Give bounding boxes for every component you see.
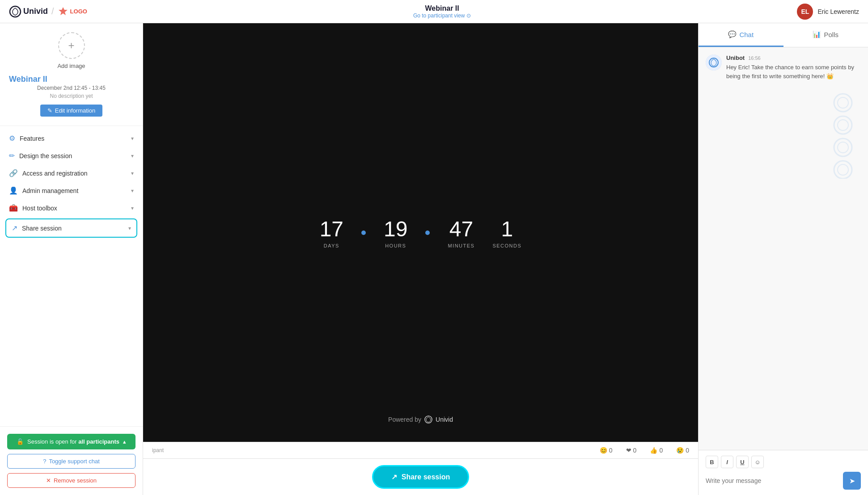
edit-information-button[interactable]: ✎ Edit information [40,105,102,117]
partner-logo: LOGO [58,6,87,17]
host-label: Host toolbox [22,205,57,212]
eye-icon: ⊙ [466,13,471,19]
sidebar-item-share[interactable]: ↗ Share session ▾ [5,218,137,238]
unibot-name: Unibot [726,55,745,61]
access-icon: 🔗 [9,169,18,177]
unibot-time: 16:56 [748,55,761,61]
share-icon: ↗ [12,224,17,232]
video-area: 17 DAYS 19 HOURS 47 MINUTES 1 SECONDS [143,23,698,442]
chat-tab-icon: 💬 [728,30,737,38]
univid-spiral-icon [9,5,21,18]
countdown-minutes: 47 MINUTES [448,217,474,248]
svg-point-4 [834,94,852,112]
minutes-number: 47 [448,217,474,241]
bold-button[interactable]: B [706,456,718,468]
sidebar-item-access[interactable]: 🔗 Access and registration ▾ [0,164,143,182]
sidebar: + Add image Webinar II December 2nd 12:4… [0,23,143,495]
chat-input[interactable] [706,475,839,486]
send-button[interactable]: ➤ [843,472,861,490]
sidebar-item-admin[interactable]: 👤 Admin management ▾ [0,182,143,199]
session-date: December 2nd 12:45 - 13:45 [37,85,106,91]
lock-open-icon: 🔓 [17,438,24,445]
smiley-count: 0 [609,447,613,454]
reaction-smiley[interactable]: 😊 0 [600,447,613,454]
participant-label: ipant [152,447,164,453]
svg-point-5 [838,97,848,108]
sidebar-item-features[interactable]: ⚙ Features ▾ [0,130,143,147]
svg-point-9 [838,142,848,153]
unibot-avatar [706,55,722,71]
reaction-heart[interactable]: ❤ 0 [626,447,637,454]
center-content: 17 DAYS 19 HOURS 47 MINUTES 1 SECONDS [143,23,698,495]
underline-button[interactable]: U [736,456,749,468]
features-label: Features [20,135,44,142]
admin-icon: 👤 [9,186,18,195]
minutes-label: MINUTES [448,243,474,248]
chevron-down-icon: ▾ [131,205,134,211]
navbar-center: Webinar II Go to participant view ⊙ [413,4,471,19]
trash-icon: ✕ [46,477,51,484]
chat-area: Unibot 16:56 Hey Eric! Take the chance t… [699,47,868,450]
chat-message-unibot: Unibot 16:56 Hey Eric! Take the chance t… [706,55,861,80]
chevron-down-icon: ▾ [131,188,134,194]
chevron-down-icon: ▾ [131,135,134,142]
main-layout: + Add image Webinar II December 2nd 12:4… [0,23,868,495]
sad-icon: 😢 [676,447,684,454]
countdown-days: 17 DAYS [320,217,343,248]
right-panel: 💬 Chat 📊 Polls Unibot [698,23,868,495]
countdown-hours: 19 HOURS [384,217,407,248]
seconds-label: SECONDS [492,243,521,248]
univid-logo-text: Univid [23,7,48,16]
days-label: DAYS [320,243,343,248]
chat-toolbar: B I U ☺ [706,456,861,468]
partner-logo-text: LOGO [70,8,87,15]
session-status-text: Session is open for all participants [27,438,119,445]
add-image-label: Add image [57,63,85,69]
sidebar-item-design[interactable]: ✏ Design the session ▾ [0,147,143,164]
unibot-message-header: Unibot 16:56 [726,55,861,61]
chat-input-area: B I U ☺ ➤ [699,450,868,495]
send-icon: ➤ [849,477,855,485]
add-image-button[interactable]: + [58,32,85,59]
navbar: Univid / LOGO Webinar II Go to participa… [0,0,868,23]
design-label: Design the session [19,152,72,159]
reaction-sad[interactable]: 😢 0 [676,447,689,454]
share-icon-btn: ↗ [391,473,397,481]
italic-button[interactable]: I [721,456,733,468]
sidebar-item-host[interactable]: 🧰 Host toolbox ▾ [0,199,143,217]
polls-tab-icon: 📊 [813,30,821,38]
toolbox-icon: 🧰 [9,204,18,212]
svg-point-10 [834,161,852,179]
help-icon: ? [43,458,46,465]
tab-chat[interactable]: 💬 Chat [699,23,783,47]
sidebar-top: + Add image Webinar II December 2nd 12:4… [0,23,143,126]
countdown: 17 DAYS 19 HOURS 47 MINUTES 1 SECONDS [320,217,522,248]
toggle-support-button[interactable]: ? Toggle support chat [7,454,135,469]
share-session-main-button[interactable]: ↗ Share session [372,465,470,489]
thumbsup-icon: 👍 [650,447,657,454]
unibot-message-content: Unibot 16:56 Hey Eric! Take the chance t… [726,55,861,80]
univid-logo-small-icon [424,415,433,424]
univid-powered-text: Univid [436,416,453,423]
remove-session-button[interactable]: ✕ Remove session [7,473,135,488]
chevron-up-icon: ▴ [123,438,126,445]
edit-icon: ✎ [47,107,52,114]
participant-view-link[interactable]: Go to participant view ⊙ [413,13,471,19]
svg-point-2 [706,55,722,71]
user-name: Eric Lewerentz [817,8,859,15]
share-label: Share session [22,225,62,232]
chat-input-row: ➤ [706,472,861,490]
sad-count: 0 [686,447,689,454]
svg-point-7 [838,120,848,130]
tab-polls[interactable]: 📊 Polls [783,23,868,47]
navbar-left: Univid / LOGO [9,5,87,18]
reaction-thumbsup[interactable]: 👍 0 [650,447,663,454]
univid-logo[interactable]: Univid [9,5,48,18]
reaction-bar: ipant 😊 0 ❤ 0 👍 0 😢 0 [143,442,698,458]
emoji-button[interactable]: ☺ [751,456,764,468]
share-session-bar: ↗ Share session [143,458,698,495]
user-avatar: EL [797,4,813,20]
features-icon: ⚙ [9,134,15,143]
session-status-button[interactable]: 🔓 Session is open for all participants ▴ [7,434,135,449]
admin-label: Admin management [22,187,78,194]
